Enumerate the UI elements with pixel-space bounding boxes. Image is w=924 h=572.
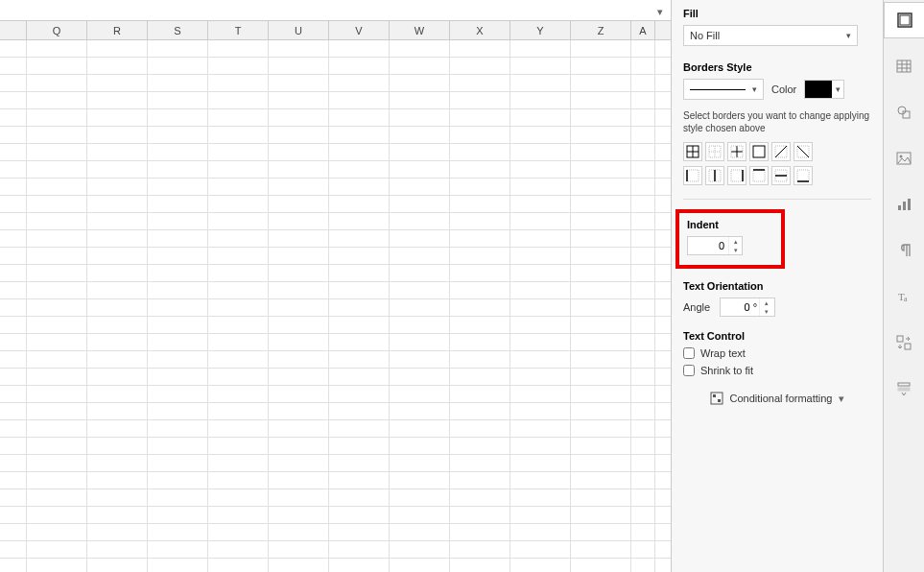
column-header[interactable]: Y (510, 21, 571, 39)
grid-cell[interactable] (148, 420, 208, 437)
grid-cell[interactable] (390, 541, 450, 558)
grid-cell[interactable] (631, 109, 655, 126)
grid-cell[interactable] (27, 92, 87, 108)
grid-cell[interactable] (27, 438, 87, 454)
grid-cell[interactable] (390, 248, 450, 264)
grid-cell[interactable] (571, 109, 631, 126)
grid-cell[interactable] (450, 92, 510, 108)
grid-cell[interactable] (208, 438, 269, 454)
grid-cell[interactable] (450, 213, 510, 229)
grid-cell[interactable] (269, 144, 329, 160)
grid-cell[interactable] (510, 541, 571, 558)
grid-cell[interactable] (148, 282, 208, 298)
grid-cell[interactable] (0, 248, 27, 264)
grid-cell[interactable] (631, 420, 655, 437)
grid-cell[interactable] (571, 386, 631, 402)
grid-cell[interactable] (27, 144, 87, 160)
grid-cell[interactable] (329, 248, 390, 264)
grid-cell[interactable] (87, 248, 148, 264)
tab-image[interactable] (891, 146, 916, 171)
grid-cell[interactable] (450, 230, 510, 247)
grid-cell[interactable] (329, 196, 390, 212)
grid-cell[interactable] (329, 161, 390, 178)
grid-cell[interactable] (269, 420, 329, 437)
grid-cell[interactable] (269, 127, 329, 143)
grid-cell[interactable] (269, 282, 329, 298)
grid-cell[interactable] (0, 559, 27, 572)
grid-cell[interactable] (329, 386, 390, 402)
grid-cell[interactable] (390, 472, 450, 489)
grid-cell[interactable] (329, 40, 390, 57)
grid-cell[interactable] (510, 472, 571, 489)
grid-cell[interactable] (390, 369, 450, 385)
grid-cell[interactable] (27, 40, 87, 57)
grid-cell[interactable] (208, 75, 269, 91)
grid-cell[interactable] (269, 403, 329, 419)
grid-cell[interactable] (27, 265, 87, 281)
grid-cell[interactable] (631, 282, 655, 298)
grid-cell[interactable] (571, 369, 631, 385)
grid-cell[interactable] (510, 524, 571, 540)
grid-cell[interactable] (87, 92, 148, 108)
grid-cell[interactable] (208, 127, 269, 143)
grid-cell[interactable] (148, 58, 208, 74)
grid-cell[interactable] (631, 472, 655, 489)
grid-cell[interactable] (450, 161, 510, 178)
grid-cell[interactable] (269, 299, 329, 316)
grid-cell[interactable] (148, 196, 208, 212)
grid-cell[interactable] (208, 403, 269, 419)
grid-cell[interactable] (87, 507, 148, 523)
grid-cell[interactable] (27, 317, 87, 333)
grid-cell[interactable] (269, 161, 329, 178)
grid-cell[interactable] (27, 559, 87, 572)
border-line-style-dropdown[interactable]: ▾ (683, 79, 764, 100)
grid-cell[interactable] (27, 299, 87, 316)
grid-cell[interactable] (27, 58, 87, 74)
column-header[interactable]: A (631, 21, 655, 39)
grid-cell[interactable] (510, 127, 571, 143)
grid-cell[interactable] (329, 58, 390, 74)
angle-spinner[interactable]: ▴ ▾ (720, 298, 775, 317)
grid-cell[interactable] (27, 455, 87, 471)
grid-cell[interactable] (450, 507, 510, 523)
grid-cell[interactable] (390, 438, 450, 454)
grid-cell[interactable] (390, 144, 450, 160)
grid-cell[interactable] (148, 248, 208, 264)
grid-cell[interactable] (27, 489, 87, 506)
grid-cell[interactable] (510, 265, 571, 281)
grid-cell[interactable] (0, 196, 27, 212)
grid-cell[interactable] (27, 472, 87, 489)
grid-cell[interactable] (208, 455, 269, 471)
grid-cell[interactable] (510, 386, 571, 402)
grid-cell[interactable] (0, 282, 27, 298)
grid-cell[interactable] (450, 455, 510, 471)
grid-cell[interactable] (571, 317, 631, 333)
grid-cell[interactable] (148, 299, 208, 316)
grid-cell[interactable] (450, 369, 510, 385)
grid-cell[interactable] (631, 403, 655, 419)
grid-cell[interactable] (148, 75, 208, 91)
grid-cell[interactable] (269, 489, 329, 506)
grid-cell[interactable] (631, 144, 655, 160)
grid-cell[interactable] (269, 507, 329, 523)
grid-cell[interactable] (0, 524, 27, 540)
grid-cell[interactable] (87, 524, 148, 540)
grid-cell[interactable] (571, 489, 631, 506)
grid-cell[interactable] (631, 317, 655, 333)
grid-cell[interactable] (450, 40, 510, 57)
grid-cell[interactable] (0, 179, 27, 195)
grid-cell[interactable] (390, 75, 450, 91)
grid-cell[interactable] (450, 403, 510, 419)
grid-cell[interactable] (631, 92, 655, 108)
grid-cell[interactable] (450, 559, 510, 572)
grid-cell[interactable] (571, 334, 631, 350)
grid-cell[interactable] (269, 317, 329, 333)
column-header[interactable]: Z (571, 21, 631, 39)
grid-cell[interactable] (0, 351, 27, 368)
grid-cell[interactable] (0, 386, 27, 402)
tab-slicer[interactable] (891, 376, 916, 401)
grid-cell[interactable] (0, 213, 27, 229)
border-vcenter-button[interactable] (705, 166, 724, 185)
grid-cell[interactable] (208, 507, 269, 523)
grid-cell[interactable] (390, 230, 450, 247)
